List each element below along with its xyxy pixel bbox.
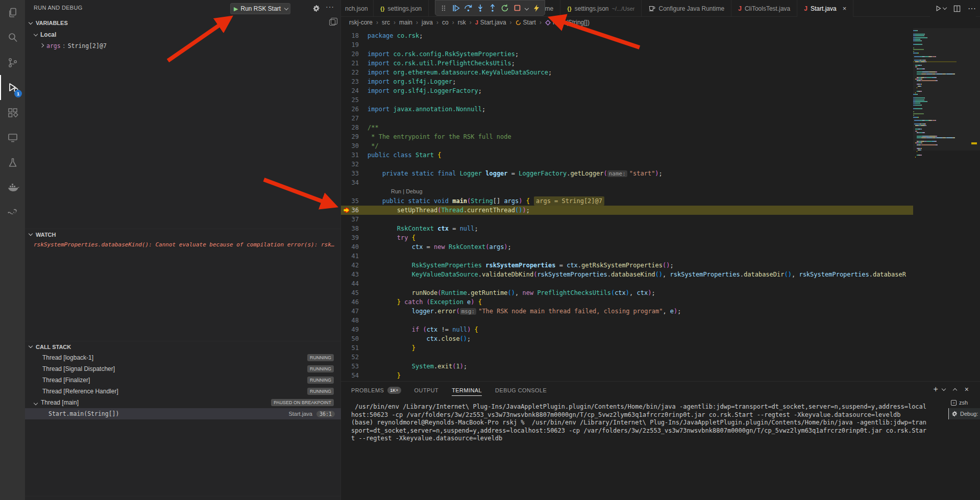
code-line-31[interactable]: 31public class Start { <box>341 151 913 160</box>
breadcrumb-item[interactable]: co <box>442 19 449 26</box>
close-icon[interactable]: × <box>843 5 847 12</box>
variables-section-header[interactable]: VARIABLES <box>25 17 341 29</box>
code-line-22[interactable]: 22import org.ethereum.datasource.KeyValu… <box>341 68 913 77</box>
code-line-25[interactable]: 25 <box>341 95 913 105</box>
run-and-debug-icon[interactable]: 1 <box>0 75 25 100</box>
breadcrumb-item[interactable]: src <box>382 19 390 26</box>
code-line-30[interactable]: 30 */ <box>341 141 913 151</box>
tab-nch-json[interactable]: nch.json <box>341 0 374 17</box>
step-out-icon[interactable] <box>487 3 498 14</box>
debug-settings-gear-icon[interactable] <box>312 5 320 12</box>
call-stack-thread[interactable]: Thread [main]PAUSED ON BREAKPOINT <box>25 397 341 408</box>
terminal-output[interactable]: /usr/bin/env /Library/Internet\ Plug-Ins… <box>351 403 947 497</box>
chevron-down-icon[interactable] <box>942 386 946 390</box>
step-over-icon[interactable] <box>463 3 473 14</box>
breakpoints-section-header[interactable]: BREAKPOINTS <box>25 496 341 500</box>
call-stack-thread[interactable]: Thread [Reference Handler]RUNNING <box>25 386 341 397</box>
stop-icon[interactable] <box>512 3 522 14</box>
code-line-46[interactable]: 46 } catch (Exception e) { <box>341 297 913 307</box>
code-line-42[interactable]: 42 RskSystemProperties rskSystemProperti… <box>341 261 913 270</box>
stacked-editors-icon[interactable] <box>329 19 335 26</box>
code-line-18[interactable]: 18package co.rsk; <box>341 31 913 40</box>
watch-section-header[interactable]: WATCH <box>25 229 341 240</box>
code-line-43[interactable]: 43 KeyValueDataSource.validateDbKind(rsk… <box>341 270 913 279</box>
variable-args[interactable]: args : String[2]@7 <box>25 40 341 52</box>
code-line-32[interactable]: 32 <box>341 160 913 169</box>
search-icon[interactable] <box>0 25 25 50</box>
code-line-37[interactable]: 37 <box>341 215 913 224</box>
maximize-panel-icon[interactable] <box>953 388 957 392</box>
code-line-24[interactable]: 24import org.slf4j.LoggerFactory; <box>341 86 913 95</box>
code-line-26[interactable]: 26import javax.annotation.Nonnull; <box>341 105 913 114</box>
code-line-48[interactable]: 48 <box>341 316 913 325</box>
launch-configuration-dropdown[interactable]: ▶ Run RSK Start <box>230 3 290 14</box>
code-line-29[interactable]: 29 * The entrypoint for the RSK full nod… <box>341 132 913 141</box>
code-line-41[interactable]: 41 <box>341 252 913 261</box>
panel-tab-debug-console[interactable]: DEBUG CONSOLE <box>495 387 547 395</box>
terminal-tab-zsh[interactable]: >zsh <box>948 397 980 408</box>
code-line-45[interactable]: 45 runNode(Runtime.getRuntime(), new Pre… <box>341 288 913 297</box>
panel-tab-terminal[interactable]: TERMINAL <box>452 387 482 396</box>
code-line-40[interactable]: 40 ctx = new RskContext(args); <box>341 242 913 252</box>
docker-icon[interactable] <box>0 175 25 200</box>
hot-code-replace-icon[interactable] <box>531 3 542 14</box>
code-line-54[interactable]: 54 } <box>341 371 913 380</box>
close-panel-icon[interactable]: × <box>965 385 969 393</box>
code-line-33[interactable]: 33 private static final Logger logger = … <box>341 169 913 178</box>
more-actions-icon[interactable]: ··· <box>968 4 976 13</box>
tab-settings-json[interactable]: {}settings.json~/.../User <box>560 0 642 17</box>
step-into-icon[interactable] <box>475 3 485 14</box>
code-line-52[interactable]: 52 <box>341 353 913 362</box>
call-stack-thread[interactable]: Thread [logback-1]RUNNING <box>25 352 341 363</box>
tab-clitoolstest-java[interactable]: JCliToolsTest.java <box>731 0 797 17</box>
breadcrumb-item[interactable]: JStart.java <box>475 19 506 26</box>
testing-icon[interactable] <box>0 150 25 175</box>
panel-tab-output[interactable]: OUTPUT <box>414 387 439 395</box>
run-file-button[interactable] <box>935 5 946 12</box>
code-line-49[interactable]: 49 if (ctx != null) { <box>341 325 913 334</box>
breadcrumb-item[interactable]: main <box>399 19 412 26</box>
panel-tab-problems[interactable]: PROBLEMS1K+ <box>351 387 401 396</box>
code-line-39[interactable]: 39 try { <box>341 233 913 242</box>
code-line-50[interactable]: 50 ctx.close(); <box>341 334 913 343</box>
continue-icon[interactable] <box>451 3 461 14</box>
remote-explorer-icon[interactable] <box>0 125 25 150</box>
breadcrumb-item[interactable]: java <box>422 19 433 26</box>
code-line-38[interactable]: 38 RskContext ctx = null; <box>341 224 913 233</box>
code-line-36[interactable]: 36 setUpThread(Thread.currentThread()); <box>341 206 913 215</box>
minimap[interactable] <box>913 28 957 381</box>
tab-configure-java-runtime[interactable]: Configure Java Runtime <box>642 0 731 17</box>
explorer-icon[interactable] <box>0 0 25 25</box>
breadcrumb-item[interactable]: main(String[]) <box>545 19 590 26</box>
watch-expression[interactable]: rskSystemProperties.databaseKind(): Cann… <box>34 241 335 248</box>
new-terminal-button[interactable]: + <box>933 385 938 394</box>
code-line-23[interactable]: 23import org.slf4j.Logger; <box>341 77 913 86</box>
source-control-icon[interactable] <box>0 50 25 75</box>
gripper-icon[interactable] <box>438 3 449 14</box>
call-stack-frame[interactable]: Start.main(String[])Start.java36:1 <box>25 408 341 419</box>
breadcrumb-item[interactable]: Start <box>516 19 536 26</box>
tab-start-java[interactable]: JStart.java× <box>797 0 853 17</box>
call-stack-thread[interactable]: Thread [Finalizer]RUNNING <box>25 374 341 386</box>
restart-icon[interactable] <box>500 3 510 14</box>
code-line-20[interactable]: 20import co.rsk.config.RskSystemProperti… <box>341 49 913 59</box>
stop-dropdown-chevron-icon[interactable] <box>525 6 529 10</box>
code-editor[interactable]: 18package co.rsk;1920import co.rsk.confi… <box>341 28 913 381</box>
code-line-44[interactable]: 44 <box>341 279 913 288</box>
code-line-35[interactable]: 35 public static void main(String[] args… <box>341 196 913 206</box>
code-line-19[interactable]: 19 <box>341 40 913 49</box>
codelens-run-debug[interactable]: Run | Debug <box>341 187 913 196</box>
more-actions-icon[interactable]: ··· <box>326 3 334 11</box>
code-line-47[interactable]: 47 logger.error(msg:"The RSK node main t… <box>341 307 913 316</box>
variables-scope-local[interactable]: Local <box>25 29 341 40</box>
terminal-tab-debug-start[interactable]: Debug: Start <box>948 408 980 419</box>
code-line-53[interactable]: 53 System.exit(1); <box>341 362 913 371</box>
code-line-51[interactable]: 51 } <box>341 343 913 353</box>
code-line-28[interactable]: 28/** <box>341 123 913 132</box>
breadcrumb-item[interactable]: rskj-core <box>349 19 373 26</box>
split-editor-button[interactable] <box>953 5 961 12</box>
code-line-34[interactable]: 34 <box>341 178 913 187</box>
code-line-21[interactable]: 21import co.rsk.util.PreflightChecksUtil… <box>341 59 913 68</box>
tab-settings-json[interactable]: {}settings.json <box>374 0 429 17</box>
code-line-27[interactable]: 27 <box>341 114 913 123</box>
